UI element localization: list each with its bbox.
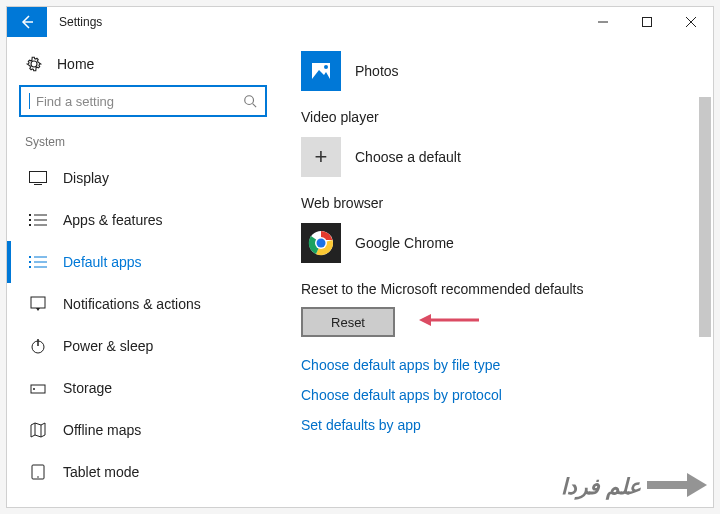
- sidebar-item-power-sleep[interactable]: Power & sleep: [7, 325, 279, 367]
- minimize-icon: [598, 17, 608, 27]
- svg-point-25: [33, 388, 35, 390]
- default-apps-icon: [29, 253, 47, 271]
- svg-rect-2: [643, 18, 652, 27]
- svg-rect-7: [30, 172, 47, 183]
- display-icon: [29, 169, 47, 187]
- video-default-row[interactable]: + Choose a default: [301, 137, 699, 177]
- map-icon: [29, 421, 47, 439]
- sidebar-item-tablet-mode[interactable]: Tablet mode: [7, 451, 279, 493]
- text-caret: [29, 93, 30, 109]
- photos-tile: [301, 51, 341, 91]
- photos-icon: [310, 60, 332, 82]
- reset-button[interactable]: Reset: [301, 307, 395, 337]
- chrome-tile: [301, 223, 341, 263]
- search-wrap: [7, 85, 279, 131]
- search-icon: [243, 94, 257, 108]
- sidebar-item-label: Power & sleep: [63, 338, 153, 354]
- web-default-row[interactable]: Google Chrome: [301, 223, 699, 263]
- sidebar-item-label: Display: [63, 170, 109, 186]
- svg-rect-21: [31, 297, 45, 308]
- sidebar-item-label: Offline maps: [63, 422, 141, 438]
- window-title: Settings: [47, 7, 102, 37]
- titlebar: Settings: [7, 7, 713, 37]
- notifications-icon: [29, 295, 47, 313]
- video-default-label: Choose a default: [355, 149, 461, 165]
- sidebar-item-apps-features[interactable]: Apps & features: [7, 199, 279, 241]
- reset-row: Reset: [301, 307, 699, 337]
- reset-button-label: Reset: [331, 315, 365, 330]
- sidebar-home[interactable]: Home: [7, 47, 279, 85]
- search-input[interactable]: [19, 85, 267, 117]
- settings-window: Settings Home: [6, 6, 714, 508]
- sidebar-home-label: Home: [57, 56, 94, 72]
- sidebar-item-notifications[interactable]: Notifications & actions: [7, 283, 279, 325]
- sidebar-item-display[interactable]: Display: [7, 157, 279, 199]
- arrow-left-icon: [19, 14, 35, 30]
- plus-icon: +: [315, 144, 328, 170]
- svg-point-35: [324, 65, 328, 69]
- sidebar-item-default-apps[interactable]: Default apps: [7, 241, 279, 283]
- sidebar: Home System Display: [7, 37, 279, 507]
- svg-line-6: [253, 104, 257, 108]
- sidebar-item-label: Multitasking: [63, 506, 137, 507]
- svg-point-5: [245, 96, 254, 105]
- list-icon: [29, 211, 47, 229]
- scrollbar-thumb[interactable]: [699, 97, 711, 337]
- photos-label: Photos: [355, 63, 399, 79]
- video-player-heading: Video player: [301, 109, 699, 125]
- maximize-icon: [642, 17, 652, 27]
- minimize-button[interactable]: [581, 7, 625, 37]
- sidebar-item-multitasking[interactable]: Multitasking: [7, 493, 279, 507]
- svg-marker-40: [419, 314, 431, 326]
- close-icon: [686, 17, 696, 27]
- sidebar-item-label: Default apps: [63, 254, 142, 270]
- web-default-label: Google Chrome: [355, 235, 454, 251]
- scrollbar[interactable]: [697, 37, 713, 507]
- svg-point-29: [37, 476, 39, 478]
- sidebar-item-label: Apps & features: [63, 212, 163, 228]
- link-by-protocol[interactable]: Choose default apps by protocol: [301, 387, 699, 403]
- chrome-icon: [308, 230, 334, 256]
- web-browser-heading: Web browser: [301, 195, 699, 211]
- multitasking-icon: [29, 505, 47, 507]
- sidebar-item-storage[interactable]: Storage: [7, 367, 279, 409]
- link-by-file-type[interactable]: Choose default apps by file type: [301, 357, 699, 373]
- sidebar-item-offline-maps[interactable]: Offline maps: [7, 409, 279, 451]
- close-button[interactable]: [669, 7, 713, 37]
- search-field[interactable]: [36, 94, 237, 109]
- sidebar-item-label: Tablet mode: [63, 464, 139, 480]
- maximize-button[interactable]: [625, 7, 669, 37]
- content: Photos Video player + Choose a default W…: [279, 37, 713, 507]
- sidebar-item-label: Notifications & actions: [63, 296, 201, 312]
- back-button[interactable]: [7, 7, 47, 37]
- power-icon: [29, 337, 47, 355]
- sidebar-section-label: System: [7, 131, 279, 157]
- tablet-icon: [29, 463, 47, 481]
- gear-icon: [25, 55, 43, 73]
- plus-tile: +: [301, 137, 341, 177]
- body: Home System Display: [7, 37, 713, 507]
- annotation-arrow-icon: [419, 312, 479, 332]
- reset-heading: Reset to the Microsoft recommended defau…: [301, 281, 699, 297]
- link-set-defaults-by-app[interactable]: Set defaults by app: [301, 417, 699, 433]
- sidebar-item-label: Storage: [63, 380, 112, 396]
- storage-icon: [29, 379, 47, 397]
- svg-point-38: [317, 239, 326, 248]
- photos-app-row[interactable]: Photos: [301, 51, 699, 91]
